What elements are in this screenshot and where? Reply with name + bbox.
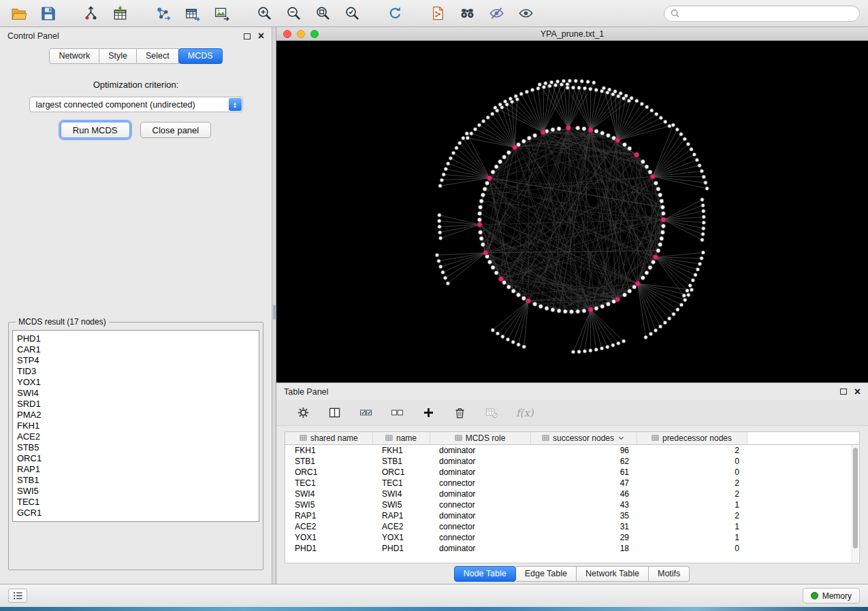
eye-icon [518,5,534,21]
mcds-node-item[interactable]: STB5 [17,442,255,453]
column-header-shared-name[interactable]: shared name [285,432,372,444]
mcds-result-box: MCDS result (17 nodes) PHD1CAR1STP4TID3Y… [8,317,263,570]
scrollbar-thumb[interactable] [853,448,858,548]
panel-splitter[interactable] [272,27,276,584]
close-panel-icon[interactable]: × [258,32,264,40]
table-row[interactable]: ORC1ORC1dominator610 [285,467,859,478]
network-title: YPA_prune.txt_1 [276,27,868,40]
mcds-node-item[interactable]: SWI4 [17,388,255,399]
column-header-predecessor-nodes[interactable]: predecessor nodes [637,432,747,444]
window-maximize-button[interactable] [310,30,319,38]
tab-mcds[interactable]: MCDS [178,48,223,64]
table-row[interactable]: PHD1PHD1dominator180 [285,543,859,554]
node-table: shared namenameMCDS rolesuccessor nodesp… [285,431,860,563]
table-row[interactable]: ACE2ACE2connector311 [285,521,859,532]
table-tab-edge-table[interactable]: Edge Table [516,566,577,582]
select-all-rows-button[interactable] [359,406,372,419]
mcds-node-item[interactable]: GCR1 [17,508,255,518]
table-row[interactable]: YOX1YOX1connector291 [285,532,859,543]
mcds-node-item[interactable]: SWI5 [17,486,255,497]
window-minimize-button[interactable] [297,30,305,38]
zoom-fit-content-button[interactable] [308,3,338,24]
find-button[interactable] [453,3,482,24]
function-builder-button[interactable]: f(x) [516,407,534,419]
save-icon [40,5,56,21]
table-tab-network-table[interactable]: Network Table [577,566,649,582]
window-close-button[interactable] [283,30,291,38]
mcds-node-item[interactable]: PMA2 [17,410,255,420]
table-row[interactable]: TEC1TEC1connector472 [285,478,859,489]
chevron-down-icon [617,434,625,442]
column-header-successor-nodes[interactable]: successor nodes [530,432,637,444]
network-window: YPA_prune.txt_1 [276,27,868,382]
mcds-node-item[interactable]: FKH1 [17,420,255,431]
control-panel-header: Control Panel × [0,27,272,45]
network-window-titlebar[interactable]: YPA_prune.txt_1 [276,27,868,41]
column-header-MCDS-role[interactable]: MCDS role [430,432,530,444]
mcds-result-list[interactable]: PHD1CAR1STP4TID3YOX1SWI4SRD1PMA2FKH1ACE2… [12,330,259,522]
table-row[interactable]: RAP1RAP1dominator352 [285,510,859,521]
import-table-from-file-button[interactable] [106,3,135,24]
mcds-node-item[interactable]: RAP1 [17,464,255,475]
table-scrollbar[interactable] [852,445,858,562]
mcds-node-item[interactable]: TID3 [17,366,255,377]
network-graph[interactable] [276,41,868,382]
table-settings-button[interactable] [297,406,310,419]
tab-select[interactable]: Select [137,48,179,64]
mcds-node-item[interactable]: ACE2 [17,431,255,442]
tab-network[interactable]: Network [49,48,99,64]
float-table-panel-icon[interactable] [840,389,847,395]
gear-icon [297,406,310,419]
export-image-button[interactable] [207,3,236,24]
mcds-node-item[interactable]: YOX1 [17,377,255,388]
network-canvas[interactable] [276,41,868,382]
mcds-node-item[interactable]: SRD1 [17,399,255,410]
th-grid-icon [300,434,307,442]
export-network-button[interactable] [148,3,178,24]
table-row[interactable]: FKH1FKH1dominator962 [285,444,859,456]
hide-table-button[interactable] [485,406,498,419]
table-header[interactable]: shared namenameMCDS rolesuccessor nodesp… [285,432,859,444]
zoom-selected-button[interactable] [338,3,367,24]
optimization-criterion-select[interactable]: largest connected component (undirected)… [29,97,243,112]
mcds-node-item[interactable]: STP4 [17,355,255,366]
save-session-button[interactable] [33,3,63,24]
table-row[interactable]: STB1STB1dominator620 [285,456,859,467]
apply-layout-button[interactable] [381,3,410,24]
splitter-handle-icon[interactable] [273,305,276,320]
zoom-out-button[interactable] [279,3,308,24]
table-row[interactable]: SWI5SWI5connector431 [285,499,859,510]
table-tab-motifs[interactable]: Motifs [649,566,690,582]
mcds-node-item[interactable]: PHD1 [17,333,255,344]
deselect-all-rows-button[interactable] [391,406,404,419]
search-input[interactable] [684,9,853,18]
import-network-from-file-button[interactable] [76,3,106,24]
run-mcds-button[interactable]: Run MCDS [61,122,130,138]
add-row-button[interactable] [422,406,435,419]
memory-button[interactable]: Memory [803,588,860,604]
float-panel-icon[interactable] [244,33,251,39]
search-box[interactable] [664,5,860,22]
network-document-button[interactable] [423,3,453,24]
column-header-name[interactable]: name [372,432,430,444]
trash-icon [453,406,466,419]
hide-selected-button[interactable] [482,3,511,24]
close-table-panel-icon[interactable]: × [854,388,861,396]
refresh-icon [387,5,403,21]
tab-style[interactable]: Style [99,48,137,64]
column-header-filler [747,432,859,444]
zoom-in-button[interactable] [250,3,279,24]
mcds-node-item[interactable]: ORC1 [17,453,255,464]
toggle-columns-button[interactable] [328,406,341,419]
close-panel-button[interactable]: Close panel [140,122,212,138]
mcds-node-item[interactable]: STB1 [17,475,255,486]
mcds-node-item[interactable]: TEC1 [17,497,255,508]
export-table-button[interactable] [178,3,207,24]
table-row[interactable]: SWI4SWI4dominator462 [285,489,859,499]
show-all-button[interactable] [511,3,541,24]
mcds-node-item[interactable]: CAR1 [17,344,255,355]
table-tab-node-table[interactable]: Node Table [454,566,516,582]
delete-row-button[interactable] [453,406,466,419]
open-session-button[interactable] [4,3,33,24]
status-menu-button[interactable] [8,589,27,603]
